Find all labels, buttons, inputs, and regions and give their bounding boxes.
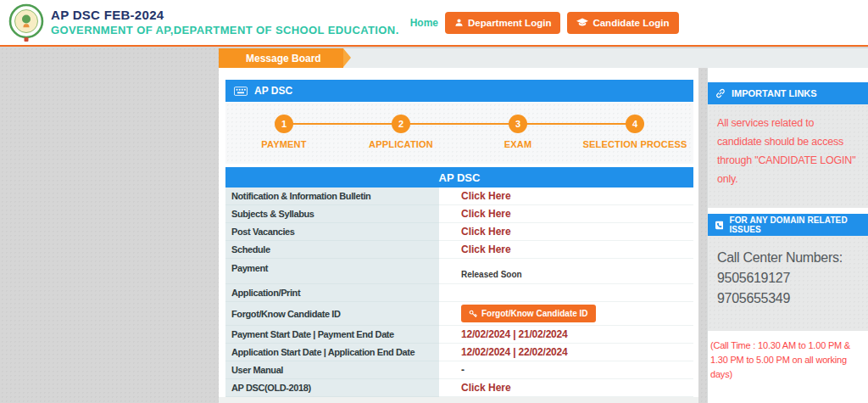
table-row: Payment Start Date | Payment End Date 12… — [225, 326, 693, 344]
department-login-label: Department Login — [468, 18, 551, 28]
step-circle: 2 — [392, 115, 410, 133]
step-label: PAYMENT — [261, 139, 306, 149]
stepper: 1 PAYMENT 2 APPLICATION 3 EXAM 4 SELECTI… — [225, 103, 693, 164]
click-here-link[interactable]: Click Here — [461, 208, 511, 220]
step-number: 2 — [398, 119, 403, 129]
step-circle: 1 — [275, 115, 293, 133]
step-number: 1 — [281, 119, 287, 129]
table-row: Forgot/Know Candidate ID Forgot/Know Can… — [225, 302, 693, 326]
row-value: Click Here — [439, 379, 693, 396]
site-subtitle: GOVERNMENT OF AP,DEPARTMENT OF SCHOOL ED… — [51, 24, 399, 37]
table-row: Application/Print — [225, 284, 693, 302]
home-link[interactable]: Home — [410, 17, 438, 29]
table-row: Post Vacancies Click Here — [225, 223, 693, 241]
row-label: Post Vacancies — [225, 223, 439, 241]
panel-title: AP DSC — [254, 85, 292, 97]
click-here-link[interactable]: Click Here — [461, 382, 511, 394]
call-time-note: (Call Time : 10.30 AM to 1.00 PM & 1.30 … — [708, 331, 868, 382]
candidate-login-button[interactable]: Candidate Login — [567, 12, 678, 34]
row-label: Application Start Date | Application End… — [225, 344, 439, 361]
site-header: AP DSC FEB-2024 GOVERNMENT OF AP,DEPARTM… — [0, 0, 868, 47]
phone-square-icon — [715, 221, 723, 230]
domain-issues-title: FOR ANY DOMAIN RELATED ISSUES — [729, 215, 860, 234]
row-value: Click Here — [439, 205, 693, 222]
row-label: User Manual — [225, 361, 439, 379]
stepper-step: 4 SELECTION PROCESS — [576, 103, 693, 164]
call-center-block: Call Center Numbers: 9505619127970565534… — [708, 236, 868, 331]
forgot-know-candidate-id-button[interactable]: Forgot/Know Candidate ID — [461, 305, 596, 322]
site-title: AP DSC FEB-2024 — [51, 8, 399, 24]
row-label: Notification & Information Bulletin — [225, 188, 439, 205]
table-row: User Manual - — [225, 361, 693, 379]
domain-issues-header: FOR ANY DOMAIN RELATED ISSUES — [708, 214, 868, 236]
panel-footer — [219, 397, 698, 403]
step-label: SELECTION PROCESS — [582, 139, 687, 149]
table-row: Application Start Date | Application End… — [225, 344, 693, 361]
keyboard-icon — [234, 87, 248, 96]
info-table-body: Notification & Information Bulletin Clic… — [225, 188, 693, 397]
call-center-number: 9505619127 — [717, 268, 859, 288]
row-label: Payment — [225, 259, 439, 284]
row-value: Forgot/Know Candidate ID — [439, 302, 693, 325]
important-links-title: IMPORTANT LINKS — [732, 88, 817, 98]
important-links-header: IMPORTANT LINKS — [708, 82, 868, 104]
row-value: Released Soon — [439, 259, 693, 283]
key-icon — [469, 310, 477, 318]
step-number: 3 — [515, 119, 520, 129]
page: AP DSC FEB-2024 GOVERNMENT OF AP,DEPARTM… — [0, 0, 868, 403]
row-label: Forgot/Know Candidate ID — [225, 302, 439, 326]
main-panel: AP DSC 1 PAYMENT 2 APPLICATION 3 EXAM 4 … — [219, 68, 698, 403]
table-row: AP DSC(OLD-2018) Click Here — [225, 379, 693, 397]
row-value: - — [439, 361, 693, 378]
table-row: Notification & Information Bulletin Clic… — [225, 188, 693, 205]
tab-message-board[interactable]: Message Board — [219, 48, 343, 68]
step-number: 4 — [632, 119, 637, 129]
row-label: Application/Print — [225, 284, 439, 302]
link-icon — [715, 88, 726, 98]
date-value: 12/02/2024 | 21/02/2024 — [461, 328, 568, 340]
status-text: Released Soon — [461, 270, 522, 282]
row-value: Click Here — [439, 188, 693, 204]
step-label: EXAM — [504, 139, 532, 149]
date-value: 12/02/2024 | 22/02/2024 — [461, 346, 568, 358]
click-here-link[interactable]: Click Here — [461, 243, 511, 255]
graduation-cap-icon — [576, 18, 588, 27]
row-value: Click Here — [439, 223, 693, 240]
stepper-step: 2 APPLICATION — [342, 103, 459, 164]
row-value: 12/02/2024 | 21/02/2024 — [439, 326, 693, 343]
site-title-block: AP DSC FEB-2024 GOVERNMENT OF AP,DEPARTM… — [51, 8, 399, 37]
message-board-label: Message Board — [246, 53, 321, 64]
call-center-heading: Call Center Numbers: — [717, 248, 859, 268]
user-icon — [454, 18, 464, 27]
panel-title-bar: AP DSC — [225, 80, 693, 102]
click-here-link[interactable]: Click Here — [461, 226, 511, 238]
row-value: Click Here — [439, 241, 693, 258]
important-links-text: All services related to candidate should… — [708, 104, 868, 208]
info-table-header: AP DSC — [225, 167, 693, 188]
dash-value: - — [461, 364, 465, 376]
call-center-numbers: 95056191279705655349 — [717, 268, 859, 309]
step-circle: 4 — [626, 115, 644, 133]
department-login-button[interactable]: Department Login — [445, 12, 560, 34]
row-label: AP DSC(OLD-2018) — [225, 379, 439, 397]
row-value — [439, 284, 693, 301]
step-label: APPLICATION — [369, 139, 433, 149]
row-label: Payment Start Date | Payment End Date — [225, 326, 439, 344]
ap-government-emblem-logo — [8, 3, 45, 42]
forgot-button-label: Forgot/Know Candidate ID — [481, 309, 588, 318]
candidate-login-label: Candidate Login — [593, 18, 669, 28]
click-here-link[interactable]: Click Here — [461, 190, 511, 202]
sidebar: IMPORTANT LINKS All services related to … — [707, 68, 868, 403]
table-row: Payment Released Soon — [225, 259, 693, 284]
row-value: 12/02/2024 | 22/02/2024 — [439, 344, 693, 361]
row-label: Schedule — [225, 241, 439, 259]
stepper-step: 1 PAYMENT — [225, 103, 342, 164]
call-center-number: 9705655349 — [717, 288, 859, 309]
stepper-step: 3 EXAM — [459, 103, 576, 164]
step-circle: 3 — [509, 115, 527, 133]
table-row: Schedule Click Here — [225, 241, 693, 259]
row-label: Subjects & Syllabus — [225, 205, 439, 223]
table-row: Subjects & Syllabus Click Here — [225, 205, 693, 223]
